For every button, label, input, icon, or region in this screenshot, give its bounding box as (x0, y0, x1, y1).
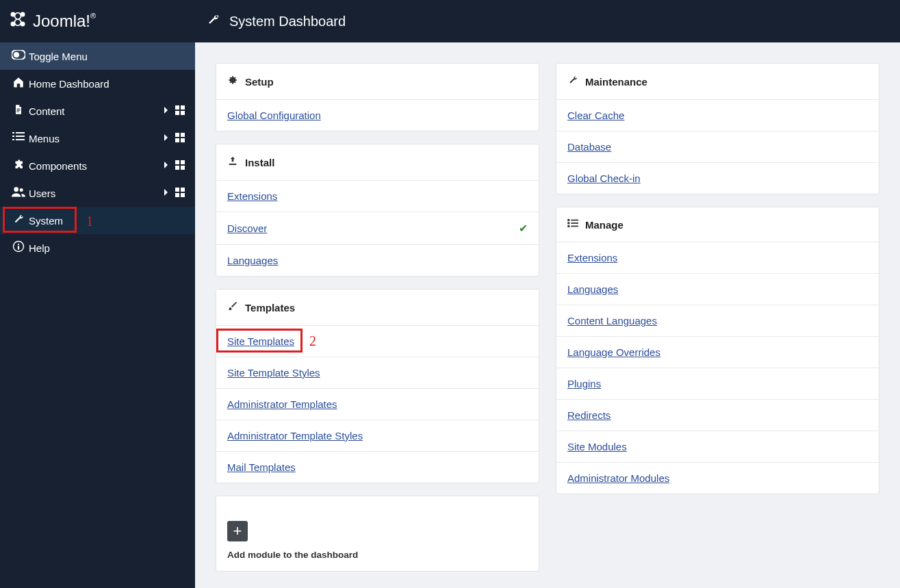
svg-rect-25 (175, 166, 179, 170)
link-administrator-modules[interactable]: Administrator Modules (567, 472, 669, 484)
svg-point-5 (14, 52, 19, 57)
toggle-menu[interactable]: Toggle Menu (0, 42, 195, 70)
card-link-row: Redirects (556, 399, 879, 431)
link-administrator-template-styles[interactable]: Administrator Template Styles (227, 430, 363, 442)
right-column: Maintenance Clear Cache Database Global … (556, 63, 879, 567)
svg-rect-9 (175, 105, 179, 110)
svg-rect-8 (16, 112, 18, 112)
sidebar-item-label: Home Dashboard (29, 78, 187, 90)
brand-text: Joomla!® (33, 12, 96, 31)
card-heading: Install (216, 144, 539, 180)
card-link-row: Discover ✔ (216, 212, 539, 244)
link-site-templates[interactable]: Site Templates (227, 335, 294, 347)
link-plugins[interactable]: Plugins (567, 378, 601, 389)
card-heading: Templates (216, 290, 539, 325)
svg-rect-26 (181, 166, 185, 170)
card-manage: Manage Extensions Languages Content Lang… (556, 207, 879, 494)
joomla-logo-icon (8, 10, 27, 34)
link-administrator-templates[interactable]: Administrator Templates (227, 398, 337, 410)
chevron-right-icon[interactable] (159, 133, 173, 144)
svg-rect-42 (571, 226, 578, 227)
card-link-row: Mail Templates (216, 451, 539, 483)
sidebar: Joomla!® Toggle Menu Home Dashboard Cont… (0, 0, 195, 588)
annotation-label-2: 2 (309, 333, 316, 349)
sidebar-item-content[interactable]: Content (0, 97, 195, 125)
card-link-row: Site Modules (556, 431, 879, 462)
svg-point-37 (567, 219, 570, 222)
sidebar-item-menus[interactable]: Menus (0, 125, 195, 152)
svg-rect-13 (12, 132, 14, 133)
svg-rect-29 (175, 188, 179, 192)
card-link-row: Languages (556, 273, 879, 305)
link-language-overrides[interactable]: Language Overrides (567, 346, 660, 358)
card-link-row: Site Templates (216, 325, 539, 357)
sidebar-item-system[interactable]: System (0, 207, 195, 234)
dashboard-grid-icon[interactable] (173, 105, 187, 117)
svg-rect-16 (16, 132, 25, 133)
link-redirects[interactable]: Redirects (567, 409, 610, 421)
card-link-row: Clear Cache (556, 99, 879, 131)
toggle-menu-label: Toggle Menu (29, 51, 187, 62)
sidebar-items: Toggle Menu Home Dashboard Content Menus… (0, 42, 195, 588)
card-templates: Templates Site Templates Site Template S… (216, 289, 539, 483)
sidebar-item-label: Menus (29, 133, 159, 144)
svg-rect-6 (16, 109, 20, 110)
link-site-template-styles[interactable]: Site Template Styles (227, 367, 320, 379)
svg-point-28 (20, 188, 23, 192)
brush-icon (227, 301, 245, 314)
link-global-configuration[interactable]: Global Configuration (227, 110, 321, 121)
card-maintenance: Maintenance Clear Cache Database Global … (556, 63, 879, 194)
add-module[interactable]: + Add module to the dashboard (216, 496, 539, 571)
users-icon (8, 186, 29, 200)
sidebar-item-label: Help (29, 242, 187, 254)
link-extensions[interactable]: Extensions (227, 190, 277, 202)
card-title: Templates (245, 302, 295, 314)
sidebar-item-label: Components (29, 160, 159, 172)
link-global-check-in[interactable]: Global Check-in (567, 172, 641, 184)
link-languages[interactable]: Languages (567, 283, 618, 295)
wrench-icon (8, 213, 29, 228)
link-mail-templates[interactable]: Mail Templates (227, 461, 296, 473)
brand[interactable]: Joomla!® (0, 0, 195, 42)
sidebar-item-users[interactable]: Users (0, 179, 195, 207)
link-extensions[interactable]: Extensions (567, 252, 617, 264)
link-languages[interactable]: Languages (227, 255, 278, 266)
dashboard-grid-icon[interactable] (173, 160, 187, 172)
svg-rect-23 (175, 160, 179, 164)
wrench-icon (206, 13, 220, 30)
info-icon (8, 240, 29, 255)
sidebar-item-help[interactable]: Help (0, 234, 195, 261)
upload-icon (227, 155, 245, 169)
chevron-right-icon[interactable] (159, 105, 173, 116)
svg-rect-17 (16, 136, 25, 137)
sidebar-item-home-dashboard[interactable]: Home Dashboard (0, 70, 195, 97)
check-icon: ✔ (519, 222, 528, 235)
file-icon (8, 103, 29, 118)
link-site-modules[interactable]: Site Modules (567, 441, 627, 452)
link-discover[interactable]: Discover (227, 222, 267, 234)
card-title: Maintenance (585, 76, 647, 88)
dashboard-grid-icon[interactable] (173, 133, 187, 144)
puzzle-icon (8, 158, 29, 173)
add-module-card: + Add module to the dashboard (216, 496, 539, 572)
card-install: Install Extensions Discover ✔ Languages (216, 144, 539, 277)
listul-icon (567, 218, 585, 231)
card-title: Manage (585, 219, 623, 231)
dashboard-grid-icon[interactable] (173, 188, 187, 199)
card-link-row: Global Check-in (556, 162, 879, 194)
svg-rect-31 (175, 193, 179, 197)
link-database[interactable]: Database (567, 141, 611, 153)
chevron-right-icon[interactable] (159, 160, 173, 171)
link-content-languages[interactable]: Content Languages (567, 315, 657, 327)
chevron-right-icon[interactable] (159, 188, 173, 199)
sidebar-item-label: Content (29, 105, 159, 117)
gear-icon (227, 75, 245, 88)
card-title: Install (245, 157, 274, 168)
link-clear-cache[interactable]: Clear Cache (567, 110, 624, 121)
sidebar-item-components[interactable]: Components (0, 152, 195, 179)
card-link-row: Extensions (216, 180, 539, 212)
card-heading: Setup (216, 64, 539, 99)
svg-rect-22 (181, 138, 185, 142)
list-icon (8, 132, 29, 144)
svg-rect-15 (12, 139, 14, 140)
